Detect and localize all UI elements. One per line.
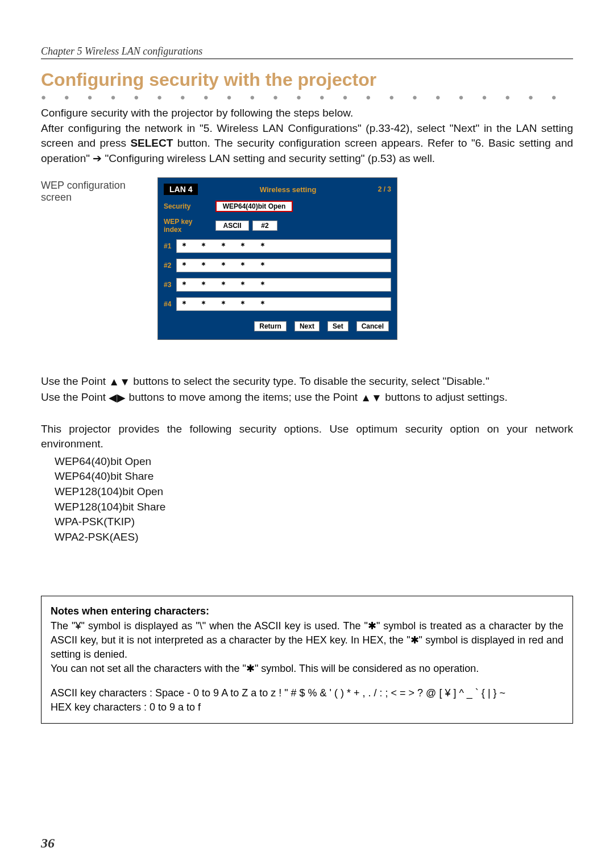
wep-config-screen: LAN 4 Wireless setting 2 / 3 Security WE…: [157, 177, 397, 340]
left-icon: ◀: [109, 391, 117, 406]
screenshot-caption: WEP configuration screen: [41, 180, 157, 203]
mid-1b: buttons to select the security type. To …: [130, 375, 489, 387]
section-title: Configuring security with the projector: [41, 69, 573, 90]
option-4: WEP128(104)bit Share: [55, 500, 573, 515]
mid-2a: Use the Point: [41, 391, 109, 403]
key-idx-4: #4: [164, 300, 176, 308]
key-field-2[interactable]: ＊ ＊ ＊ ＊ ＊: [176, 259, 391, 272]
key-row-1: #1 ＊ ＊ ＊ ＊ ＊: [164, 239, 391, 253]
key-idx-3: #3: [164, 281, 176, 289]
set-button[interactable]: Set: [327, 321, 349, 331]
keyindex-label: WEP key index: [164, 218, 212, 234]
intro-paragraph: Configure security with the projector by…: [41, 106, 573, 166]
security-options-list: WEP64(40)bit Open WEP64(40)bit Share WEP…: [55, 454, 573, 545]
key-row-3: #3 ＊ ＊ ＊ ＊ ＊: [164, 278, 391, 292]
notes-p1: The "¥" symbol is displayed as "\" when …: [51, 619, 563, 662]
right-icon: ▶: [117, 391, 126, 406]
screen-title: Wireless setting: [260, 185, 317, 194]
key-row-2: #2 ＊ ＊ ＊ ＊ ＊: [164, 259, 391, 272]
notes-p2: You can not set all the characters with …: [51, 662, 563, 676]
notes-box: Notes when entering characters: The "¥" …: [41, 596, 573, 723]
option-3: WEP128(104)bit Open: [55, 484, 573, 500]
arrow-icon: ➔: [93, 152, 102, 164]
key-idx-1: #1: [164, 242, 176, 250]
screen-page-indicator: 2 / 3: [378, 185, 391, 193]
intro-line-2c: "Configuring wireless LAN setting and se…: [102, 152, 435, 164]
security-select[interactable]: WEP64(40)bit Open: [215, 201, 293, 212]
mid-2b: buttons to move among the items; use the…: [126, 391, 360, 403]
key-field-4[interactable]: ＊ ＊ ＊ ＊ ＊: [176, 297, 391, 311]
key-row-4: #4 ＊ ＊ ＊ ＊ ＊: [164, 297, 391, 311]
page-number: 36: [41, 836, 55, 851]
down-icon-2: ▼: [371, 391, 382, 406]
decorative-dots: ● ● ● ● ● ● ● ● ● ● ● ● ● ● ● ● ● ● ● ● …: [41, 93, 573, 102]
mid-2c: buttons to adjust settings.: [382, 391, 508, 403]
keytype-select[interactable]: ASCII: [215, 221, 249, 231]
option-2: WEP64(40)bit Share: [55, 469, 573, 484]
up-icon-2: ▲: [360, 391, 371, 406]
notes-ascii: ASCII key characters : Space - 0 to 9 A …: [51, 686, 563, 700]
options-intro: This projector provides the following se…: [41, 422, 573, 452]
lan-badge: LAN 4: [164, 184, 198, 195]
mid-1a: Use the Point: [41, 375, 109, 387]
cancel-button[interactable]: Cancel: [356, 321, 389, 331]
select-keyword: SELECT: [130, 137, 173, 149]
option-6: WPA2-PSK(AES): [55, 530, 573, 545]
next-button[interactable]: Next: [294, 321, 320, 331]
usage-paragraph: Use the Point ▲▼ buttons to select the s…: [41, 374, 573, 405]
keynum-select[interactable]: #2: [252, 221, 277, 231]
security-label: Security: [164, 202, 212, 210]
key-idx-2: #2: [164, 261, 176, 269]
chapter-header: Chapter 5 Wireless LAN configurations: [41, 45, 573, 59]
intro-line-1: Configure security with the projector by…: [41, 107, 353, 119]
key-field-3[interactable]: ＊ ＊ ＊ ＊ ＊: [176, 278, 391, 292]
key-field-1[interactable]: ＊ ＊ ＊ ＊ ＊: [176, 239, 391, 253]
notes-title: Notes when entering characters:: [51, 604, 563, 618]
down-icon: ▼: [119, 375, 130, 390]
option-5: WPA-PSK(TKIP): [55, 514, 573, 530]
return-button[interactable]: Return: [254, 321, 287, 331]
up-icon: ▲: [109, 375, 119, 390]
notes-hex: HEX key characters : 0 to 9 a to f: [51, 700, 563, 715]
option-1: WEP64(40)bit Open: [55, 454, 573, 470]
